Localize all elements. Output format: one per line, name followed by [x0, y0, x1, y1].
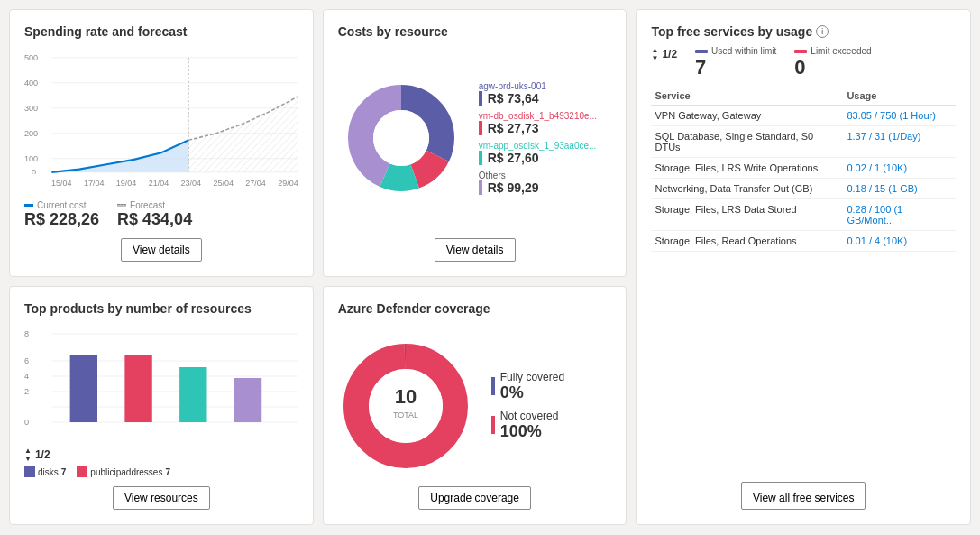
- legend-color-0: [479, 91, 482, 106]
- info-icon[interactable]: i: [816, 25, 829, 38]
- legend-item-0: agw-prd-uks-001 R$ 73,64: [479, 81, 597, 106]
- exceeded-color-bar: [794, 50, 807, 53]
- free-pagination: ▲ ▼ 1/2: [651, 46, 677, 62]
- view-resources-button[interactable]: View resources: [113, 486, 210, 510]
- top-products-title: Top products by number of resources: [24, 301, 298, 316]
- svg-text:100: 100: [24, 153, 38, 163]
- costs-card: Costs by resource agw-prd-uks-001: [323, 9, 627, 277]
- view-all-free-services-button[interactable]: View all free services: [741, 482, 866, 510]
- svg-marker-13: [188, 97, 298, 172]
- costs-view-details-button[interactable]: View details: [435, 238, 516, 262]
- free-page-arrows[interactable]: ▲ ▼: [651, 46, 658, 62]
- service-name: SQL Database, Single Standard, S0 DTUs: [651, 126, 843, 158]
- legend-bar-publicip: publicipaddresses 7: [77, 466, 170, 477]
- svg-rect-35: [234, 378, 261, 422]
- service-row: Storage, Files, Read Operations0.01 / 4 …: [651, 231, 956, 252]
- svg-text:0: 0: [24, 418, 29, 427]
- legend-amount-1: R$ 27,73: [488, 121, 539, 135]
- top-products-card: Top products by number of resources 8 6 …: [9, 286, 314, 525]
- top-free-card: Top free services by usage i ▲ ▼ 1/2 Use…: [636, 9, 971, 525]
- legend-color-1: [479, 121, 482, 135]
- service-usage: 0.28 / 100 (1 GB/Mont...: [843, 199, 956, 231]
- usage-summary: ▲ ▼ 1/2 Used within limit 7 Limit exceed…: [651, 46, 956, 79]
- service-usage: 0.02 / 1 (10K): [843, 158, 956, 179]
- publicip-color: [77, 466, 87, 477]
- legend-color-3: [479, 180, 482, 195]
- costs-title: Costs by resource: [338, 24, 612, 39]
- svg-text:6: 6: [24, 356, 29, 365]
- current-dot: [24, 204, 33, 207]
- free-services-title: Top free services by usage: [651, 24, 812, 39]
- service-name: Networking, Data Transfer Out (GB): [651, 179, 843, 199]
- svg-text:8: 8: [24, 329, 29, 338]
- current-cost-item: Current cost R$ 228,26: [24, 200, 99, 229]
- legend-item-2: vm-app_osdisk_1_93aa0ce... R$ 27,60: [479, 141, 597, 165]
- disks-color: [24, 466, 35, 477]
- svg-rect-32: [70, 355, 97, 422]
- within-color-bar: [695, 50, 708, 53]
- legend-name-1: vm-db_osdisk_1_b493210e...: [479, 111, 597, 121]
- legend-item-1: vm-db_osdisk_1_b493210e... R$ 27,73: [479, 111, 597, 135]
- defender-card: Azure Defender coverage 10 TOTAL Fully c…: [323, 286, 627, 525]
- bar-chart-svg: 8 6 4 2 0: [24, 325, 298, 433]
- svg-text:500: 500: [24, 52, 38, 62]
- defender-donut-area: 10 TOTAL Fully covered 0% Not covered 10…: [338, 325, 612, 486]
- legend-item-3: Others R$ 99,29: [479, 171, 597, 195]
- exceeded-label: Limit exceeded: [811, 46, 871, 56]
- not-covered-color: [491, 416, 495, 434]
- fully-covered-color: [491, 377, 495, 395]
- service-usage: 83.05 / 750 (1 Hour): [843, 106, 956, 126]
- service-row: Storage, Files, LRS Write Operations0.02…: [651, 158, 956, 179]
- svg-text:TOTAL: TOTAL: [393, 410, 418, 420]
- col-usage-header: Usage: [843, 87, 956, 106]
- service-row: SQL Database, Single Standard, S0 DTUs1.…: [651, 126, 956, 158]
- service-row: VPN Gateway, Gateway83.05 / 750 (1 Hour): [651, 106, 956, 126]
- legend-bar-disks: disks 7: [24, 466, 66, 477]
- service-usage: 0.01 / 4 (10K): [843, 231, 956, 252]
- date-labels: 15/04 17/04 19/04 21/04 23/04 25/04 27/0…: [24, 179, 298, 188]
- costs-donut-svg: [338, 75, 464, 201]
- products-legend: disks 7 publicipaddresses 7: [24, 466, 298, 477]
- svg-text:300: 300: [24, 103, 38, 113]
- defender-donut-svg: 10 TOTAL: [338, 338, 473, 474]
- svg-point-20: [373, 110, 429, 166]
- defender-legend: Fully covered 0% Not covered 100%: [491, 371, 564, 441]
- forecast-cost-label: Forecast: [117, 200, 192, 210]
- costs-legend: agw-prd-uks-001 R$ 73,64 vm-db_osdisk_1_…: [479, 81, 597, 195]
- not-covered-item: Not covered 100%: [491, 410, 564, 441]
- legend-name-0: agw-prd-uks-001: [479, 81, 597, 91]
- exceeded-limit-box: Limit exceeded 0: [794, 46, 871, 79]
- publicip-count: 7: [165, 467, 170, 477]
- upgrade-coverage-button[interactable]: Upgrade coverage: [418, 486, 531, 510]
- service-name: Storage, Files, Read Operations: [651, 231, 843, 252]
- service-usage: 1.37 / 31 (1/Day): [843, 126, 956, 158]
- svg-rect-34: [179, 367, 206, 422]
- defender-title: Azure Defender coverage: [338, 301, 612, 316]
- free-services-header: Top free services by usage i: [651, 24, 956, 39]
- costs-donut-area: agw-prd-uks-001 R$ 73,64 vm-db_osdisk_1_…: [338, 48, 612, 227]
- legend-color-2: [479, 151, 482, 165]
- spending-view-details-button[interactable]: View details: [121, 238, 202, 262]
- service-usage: 0.18 / 15 (1 GB): [843, 179, 956, 199]
- publicip-label: publicipaddresses: [90, 467, 162, 477]
- svg-text:0: 0: [32, 167, 36, 174]
- svg-text:2: 2: [24, 387, 29, 396]
- svg-text:200: 200: [24, 128, 38, 138]
- svg-marker-14: [51, 140, 188, 172]
- disks-count: 7: [61, 467, 67, 477]
- legend-amount-0: R$ 73,64: [488, 91, 539, 106]
- fully-covered-label: Fully covered: [500, 371, 564, 383]
- legend-amount-2: R$ 27,60: [488, 151, 539, 165]
- services-table: Service Usage VPN Gateway, Gateway83.05 …: [651, 87, 956, 252]
- current-cost-label: Current cost: [24, 200, 99, 210]
- col-service-header: Service: [651, 87, 843, 106]
- svg-rect-33: [124, 355, 151, 422]
- exceeded-count: 0: [794, 56, 871, 79]
- service-row: Storage, Files, LRS Data Stored0.28 / 10…: [651, 199, 956, 231]
- forecast-dot: [117, 204, 126, 207]
- products-page-arrows[interactable]: ▲ ▼: [24, 447, 32, 463]
- service-row: Networking, Data Transfer Out (GB)0.18 /…: [651, 179, 956, 199]
- svg-text:4: 4: [24, 372, 29, 381]
- spending-card: Spending rate and forecast 500 400 300 2…: [9, 9, 314, 277]
- current-amount: R$ 228,26: [24, 210, 99, 229]
